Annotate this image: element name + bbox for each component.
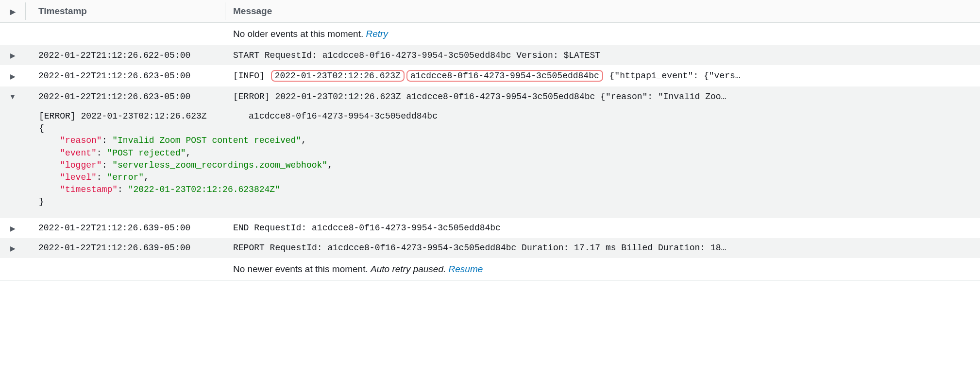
message-cell: [ERROR] 2022-01-23T02:12:26.623Z a1cdcce… — [225, 86, 980, 106]
timestamp-cell: 2022-01-22T21:12:26.623-05:00 — [26, 65, 225, 86]
older-status-text: No older events at this moment. — [233, 29, 366, 39]
expanded-content: [ERROR] 2022-01-23T02:12:26.623Z a1cdcce… — [0, 106, 980, 218]
caret-right-icon[interactable] — [10, 244, 16, 252]
newer-paused-text: Auto retry paused. — [371, 264, 446, 274]
log-row[interactable]: 2022-01-22T21:12:26.639-05:00 REPORT Req… — [0, 238, 980, 258]
expanded-header-line: [ERROR] 2022-01-23T02:12:26.623Z a1cdcce… — [39, 110, 980, 122]
timestamp-cell: 2022-01-22T21:12:26.622-05:00 — [26, 45, 225, 65]
timestamp-cell: 2022-01-22T21:12:26.623-05:00 — [26, 86, 225, 106]
caret-right-icon[interactable] — [10, 225, 16, 232]
highlight-request-id: a1cdcce8-0f16-4273-9954-3c505edd84bc — [406, 70, 603, 82]
newer-status-text: No newer events at this moment. — [233, 264, 371, 274]
log-row[interactable]: 2022-01-22T21:12:26.623-05:00 [INFO] 202… — [0, 65, 980, 86]
caret-right-icon[interactable] — [10, 52, 16, 59]
highlight-timestamp: 2022-01-23T02:12:26.623Z — [271, 70, 405, 82]
msg-suffix: {"httpapi_event": {"vers… — [604, 71, 741, 81]
timestamp-header[interactable]: Timestamp — [26, 0, 225, 23]
timestamp-cell: 2022-01-22T21:12:26.639-05:00 — [26, 238, 225, 258]
table-header: Timestamp Message — [0, 0, 980, 23]
caret-right-icon[interactable] — [10, 72, 16, 80]
expand-all-toggle[interactable] — [0, 0, 25, 23]
message-cell: [INFO] 2022-01-23T02:12:26.623Za1cdcce8-… — [225, 65, 980, 86]
message-cell: REPORT RequestId: a1cdcce8-0f16-4273-995… — [225, 238, 980, 258]
resume-link[interactable]: Resume — [449, 264, 483, 274]
caret-right-icon — [10, 8, 16, 16]
newer-events-status: No newer events at this moment. Auto ret… — [0, 258, 980, 281]
caret-down-icon[interactable] — [9, 93, 16, 101]
message-cell: END RequestId: a1cdcce8-0f16-4273-9954-3… — [225, 218, 980, 238]
older-events-status: No older events at this moment. Retry — [0, 23, 980, 46]
timestamp-cell: 2022-01-22T21:12:26.639-05:00 — [26, 218, 225, 238]
retry-link[interactable]: Retry — [366, 29, 388, 39]
message-cell: START RequestId: a1cdcce8-0f16-4273-9954… — [225, 45, 980, 65]
message-header[interactable]: Message — [225, 0, 980, 23]
msg-prefix: [INFO] — [233, 71, 265, 81]
log-row-expanded[interactable]: 2022-01-22T21:12:26.623-05:00 [ERROR] 20… — [0, 86, 980, 106]
log-row[interactable]: 2022-01-22T21:12:26.639-05:00 END Reques… — [0, 218, 980, 238]
expanded-json: { "reason": "Invalid Zoom POST content r… — [39, 122, 980, 208]
log-row[interactable]: 2022-01-22T21:12:26.622-05:00 START Requ… — [0, 45, 980, 65]
